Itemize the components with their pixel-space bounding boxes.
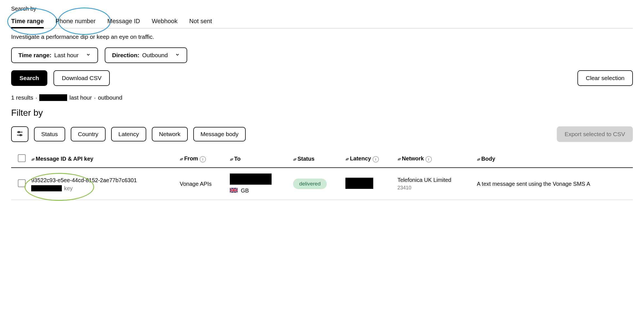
chevron-down-icon (175, 52, 180, 59)
filter-settings-button[interactable] (11, 126, 28, 142)
chevron-down-icon (86, 52, 91, 59)
separator: · (35, 94, 37, 101)
to-country-value: GB (241, 187, 249, 194)
col-latency[interactable]: ▴▾Latencyi (343, 150, 394, 168)
search-by-label: Search by (11, 6, 633, 12)
separator: · (94, 94, 96, 101)
info-icon[interactable]: i (426, 156, 432, 162)
body-value: A text message sent using the Vonage SMS… (474, 168, 633, 200)
col-network[interactable]: ▴▾Networki (395, 150, 474, 168)
direction-dropdown[interactable]: Direction: Outbound (105, 47, 187, 63)
search-tabs: Time range Phone number Message ID Webho… (11, 14, 633, 28)
results-time: last hour (69, 94, 92, 101)
results-direction: outbound (98, 94, 123, 101)
svg-rect-3 (20, 134, 21, 136)
direction-value: Outbound (142, 52, 168, 59)
status-badge: delivered (293, 179, 327, 189)
filter-country[interactable]: Country (71, 127, 106, 141)
redacted-box (31, 185, 62, 191)
select-all-checkbox[interactable] (18, 154, 26, 162)
network-value: Telefonica UK Limited (397, 176, 471, 184)
export-selected-button[interactable]: Export selected to CSV (557, 126, 633, 142)
redacted-box (345, 178, 373, 189)
results-count: 1 results (11, 94, 33, 101)
col-from[interactable]: ▴▾Fromi (177, 150, 227, 168)
clear-selection-button[interactable]: Clear selection (577, 70, 633, 86)
col-message-id[interactable]: ▴▾Message ID & API key (28, 150, 177, 168)
col-body[interactable]: ▴▾Body (474, 150, 633, 168)
redacted-box (230, 174, 272, 185)
svg-rect-8 (230, 190, 238, 191)
filter-row: Status Country Latency Network Message b… (11, 126, 633, 142)
info-icon[interactable]: i (200, 156, 206, 162)
col-status[interactable]: ▴▾Status (290, 150, 343, 168)
time-range-label: Time range: (18, 52, 52, 59)
tab-webhook[interactable]: Webhook (152, 14, 178, 28)
direction-label: Direction: (112, 52, 139, 59)
redacted-box (39, 94, 67, 101)
sliders-icon (16, 130, 23, 139)
tab-not-sent[interactable]: Not sent (189, 14, 212, 28)
col-to[interactable]: ▴▾To (227, 150, 290, 168)
message-id-value[interactable]: 93522c93-e5ee-44cd-8152-2ae77b7c6301 (31, 176, 174, 184)
network-code: 23410 (397, 184, 471, 191)
filter-status[interactable]: Status (34, 127, 65, 141)
tab-message-id[interactable]: Message ID (107, 14, 140, 28)
time-range-dropdown[interactable]: Time range: Last hour (11, 47, 98, 63)
filter-heading: Filter by (11, 108, 633, 118)
svg-rect-1 (18, 131, 19, 132)
results-table: ▴▾Message ID & API key ▴▾Fromi ▴▾To ▴▾St… (11, 150, 633, 200)
flag-gb-icon (230, 188, 238, 194)
search-button[interactable]: Search (11, 70, 47, 86)
api-key-suffix: key (64, 185, 73, 192)
row-checkbox[interactable] (18, 179, 26, 187)
from-value: Vonage APIs (177, 168, 227, 200)
results-summary: 1 results · last hour · outbound (11, 94, 633, 101)
filter-controls: Time range: Last hour Direction: Outboun… (11, 47, 633, 63)
download-csv-button[interactable]: Download CSV (53, 70, 110, 86)
filter-message-body[interactable]: Message body (193, 127, 246, 141)
page-description: Investigate a performance dip or keep an… (11, 33, 633, 40)
table-row: 93522c93-e5ee-44cd-8152-2ae77b7c6301 key… (11, 168, 633, 200)
filter-network[interactable]: Network (152, 127, 188, 141)
time-range-value: Last hour (54, 52, 79, 59)
tab-time-range[interactable]: Time range (11, 14, 44, 28)
info-icon[interactable]: i (373, 156, 379, 162)
tab-phone-number[interactable]: Phone number (55, 14, 96, 28)
filter-latency[interactable]: Latency (111, 127, 146, 141)
action-row: Search Download CSV Clear selection (11, 70, 633, 86)
